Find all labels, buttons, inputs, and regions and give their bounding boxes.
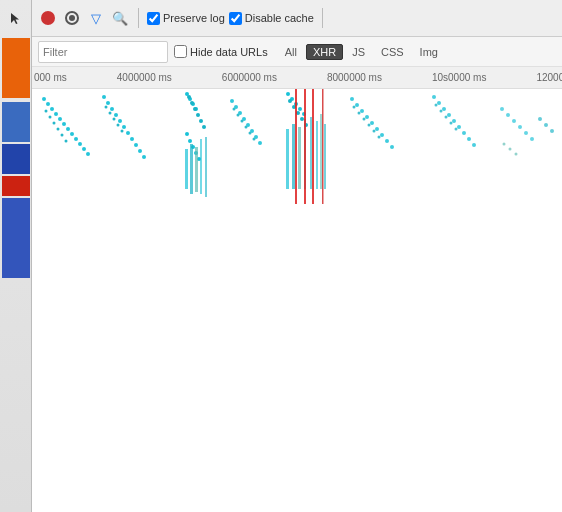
svg-point-64 [241,120,244,123]
filter-icon-button[interactable]: ▽ [86,8,106,28]
filter-btn-img[interactable]: Img [413,44,445,60]
browser-sidebar [0,0,32,512]
svg-point-9 [78,142,82,146]
svg-point-117 [450,122,453,125]
record-icon [41,11,55,25]
svg-point-115 [440,110,443,113]
svg-point-42 [199,119,203,123]
hide-data-urls-text: Hide data URLs [190,46,268,58]
svg-point-73 [288,99,292,103]
preserve-log-label[interactable]: Preserve log [147,12,225,25]
svg-point-94 [370,121,374,125]
filter-btn-all[interactable]: All [278,44,304,60]
svg-point-99 [353,106,356,109]
svg-point-108 [447,113,451,117]
svg-rect-78 [286,129,289,189]
svg-point-67 [253,138,256,141]
svg-point-33 [121,130,124,133]
filter-btn-css[interactable]: CSS [374,44,411,60]
svg-point-11 [86,152,90,156]
filter-input-wrap [38,41,168,63]
svg-point-119 [500,107,504,111]
svg-point-101 [363,118,366,121]
svg-point-4 [58,117,62,121]
svg-point-113 [472,143,476,147]
svg-point-118 [455,128,458,131]
svg-point-54 [230,99,234,103]
svg-point-20 [110,107,114,111]
tick-0: 000 ms [34,72,117,83]
svg-point-61 [258,141,262,145]
svg-point-71 [298,107,302,111]
svg-point-96 [380,133,384,137]
sidebar-orange-block [2,38,30,98]
sidebar-blue-block [2,102,30,142]
svg-point-110 [457,125,461,129]
search-icon: 🔍 [112,11,128,26]
svg-rect-88 [312,89,314,204]
svg-point-128 [503,143,506,146]
tick-1: 4000000 ms [117,72,222,83]
search-icon-button[interactable]: 🔍 [110,8,130,28]
svg-point-112 [467,137,471,141]
svg-point-25 [130,137,134,141]
svg-point-106 [437,101,441,105]
svg-point-41 [196,113,200,117]
sidebar-blue-element [2,198,30,278]
waterfall-canvas: @51CTO博客 [32,89,562,512]
tick-4: 10s0000 ms [432,72,536,83]
svg-rect-49 [185,149,188,189]
svg-point-21 [114,113,118,117]
svg-point-23 [122,125,126,129]
svg-point-5 [62,122,66,126]
svg-point-40 [193,107,197,111]
svg-rect-79 [292,124,295,189]
hide-data-urls-checkbox[interactable] [174,45,187,58]
svg-rect-86 [295,89,297,204]
svg-point-44 [185,132,189,136]
svg-point-65 [245,126,248,129]
preserve-log-group: Preserve log [147,12,225,25]
timeline-ruler: 000 ms 4000000 ms 6000000 ms 8000000 ms … [32,67,562,88]
svg-point-66 [249,132,252,135]
toolbar-divider-1 [138,8,139,28]
svg-point-124 [530,137,534,141]
filter-input[interactable] [43,46,163,58]
svg-rect-51 [195,147,198,192]
disable-cache-checkbox[interactable] [229,12,242,25]
filter-btn-xhr[interactable]: XHR [306,44,343,60]
svg-point-43 [202,125,206,129]
svg-point-97 [385,139,389,143]
svg-point-15 [57,128,60,131]
devtools-panel: ▽ 🔍 Preserve log Disable cache No thrott… [32,0,562,512]
preserve-log-text: Preserve log [163,12,225,24]
svg-rect-50 [190,144,193,194]
record-button[interactable] [38,8,58,28]
svg-point-26 [134,143,138,147]
svg-rect-83 [316,121,318,189]
svg-point-2 [50,107,54,111]
cursor-icon[interactable] [2,4,30,32]
svg-point-6 [66,127,70,131]
svg-point-103 [373,130,376,133]
disable-cache-group: Disable cache [229,12,314,25]
hide-data-urls-label[interactable]: Hide data URLs [174,45,268,58]
svg-point-123 [524,131,528,135]
svg-point-1 [46,102,50,106]
svg-rect-82 [310,117,312,189]
filter-btn-js[interactable]: JS [345,44,372,60]
svg-point-91 [355,103,359,107]
svg-rect-53 [205,137,207,197]
clear-button[interactable] [62,8,82,28]
filter-options: Hide data URLs [174,45,268,58]
svg-point-127 [550,129,554,133]
svg-point-104 [378,136,381,139]
preserve-log-checkbox[interactable] [147,12,160,25]
svg-rect-85 [324,124,326,189]
network-waterfall: @51CTO博客 [32,89,562,512]
svg-point-62 [233,108,236,111]
filter-type-buttons: All XHR JS CSS Img [278,44,445,60]
sidebar-red-element [2,176,30,196]
disable-cache-label[interactable]: Disable cache [229,12,314,25]
svg-point-22 [118,119,122,123]
